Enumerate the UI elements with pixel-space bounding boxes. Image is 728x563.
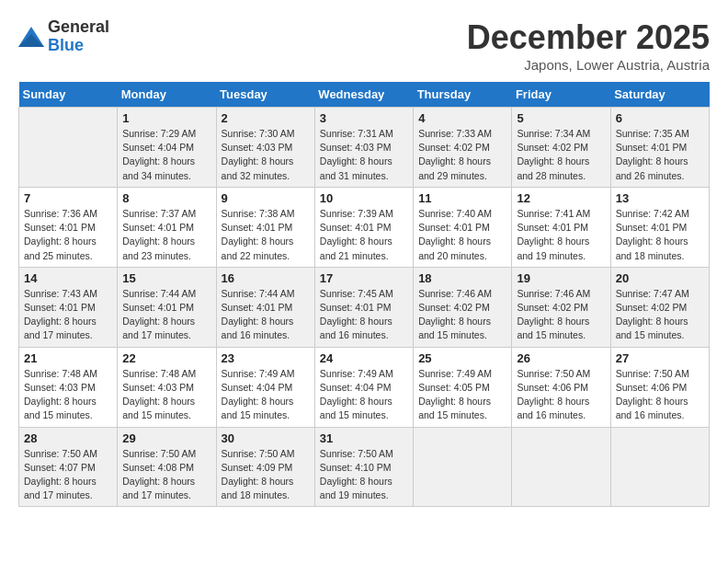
day-info: Sunrise: 7:46 AMSunset: 4:02 PMDaylight:… [517,287,605,343]
calendar-cell: 2Sunrise: 7:30 AMSunset: 4:03 PMDaylight… [216,108,314,188]
calendar-cell: 28Sunrise: 7:50 AMSunset: 4:07 PMDayligh… [19,427,118,507]
day-number: 22 [122,351,210,365]
calendar-cell: 31Sunrise: 7:50 AMSunset: 4:10 PMDayligh… [314,427,413,507]
day-number: 21 [24,351,112,365]
calendar-cell: 18Sunrise: 7:46 AMSunset: 4:02 PMDayligh… [414,267,512,347]
day-info: Sunrise: 7:43 AMSunset: 4:01 PMDaylight:… [24,287,112,343]
calendar-cell: 17Sunrise: 7:45 AMSunset: 4:01 PMDayligh… [314,267,413,347]
logo-icon [18,27,44,47]
calendar-cell [512,427,610,507]
day-number: 17 [320,271,408,285]
day-info: Sunrise: 7:48 AMSunset: 4:03 PMDaylight:… [122,367,210,423]
day-number: 3 [320,111,408,125]
day-number: 5 [517,111,605,125]
logo-blue-text: Blue [48,37,109,55]
day-info: Sunrise: 7:36 AMSunset: 4:01 PMDaylight:… [24,207,112,263]
calendar-week-5: 28Sunrise: 7:50 AMSunset: 4:07 PMDayligh… [19,427,710,507]
calendar-cell: 11Sunrise: 7:40 AMSunset: 4:01 PMDayligh… [414,187,512,267]
day-number: 31 [320,431,408,445]
calendar-cell: 12Sunrise: 7:41 AMSunset: 4:01 PMDayligh… [512,187,610,267]
day-info: Sunrise: 7:49 AMSunset: 4:04 PMDaylight:… [222,367,310,423]
calendar-cell: 19Sunrise: 7:46 AMSunset: 4:02 PMDayligh… [512,267,610,347]
calendar-cell: 10Sunrise: 7:39 AMSunset: 4:01 PMDayligh… [314,187,413,267]
calendar-cell: 1Sunrise: 7:29 AMSunset: 4:04 PMDaylight… [118,108,216,188]
day-info: Sunrise: 7:44 AMSunset: 4:01 PMDaylight:… [222,287,310,343]
day-info: Sunrise: 7:35 AMSunset: 4:01 PMDaylight:… [616,127,704,183]
day-number: 11 [418,191,506,205]
weekday-header-row: SundayMondayTuesdayWednesdayThursdayFrid… [19,82,710,108]
day-info: Sunrise: 7:39 AMSunset: 4:01 PMDaylight:… [320,207,408,263]
day-info: Sunrise: 7:45 AMSunset: 4:01 PMDaylight:… [320,287,408,343]
day-number: 2 [222,111,310,125]
day-info: Sunrise: 7:50 AMSunset: 4:09 PMDaylight:… [222,447,310,503]
day-info: Sunrise: 7:50 AMSunset: 4:08 PMDaylight:… [122,447,210,503]
calendar-cell [19,108,118,188]
calendar-cell: 27Sunrise: 7:50 AMSunset: 4:06 PMDayligh… [610,347,709,427]
calendar-cell: 22Sunrise: 7:48 AMSunset: 4:03 PMDayligh… [118,347,216,427]
calendar-cell: 30Sunrise: 7:50 AMSunset: 4:09 PMDayligh… [216,427,314,507]
day-number: 1 [122,111,210,125]
day-number: 29 [122,431,210,445]
day-info: Sunrise: 7:49 AMSunset: 4:05 PMDaylight:… [418,367,506,423]
calendar-cell: 3Sunrise: 7:31 AMSunset: 4:03 PMDaylight… [314,108,413,188]
calendar-cell: 9Sunrise: 7:38 AMSunset: 4:01 PMDaylight… [216,187,314,267]
day-number: 23 [222,351,310,365]
day-number: 19 [517,271,605,285]
day-info: Sunrise: 7:33 AMSunset: 4:02 PMDaylight:… [418,127,506,183]
svg-marker-1 [18,34,44,47]
day-number: 15 [122,271,210,285]
calendar-cell: 20Sunrise: 7:47 AMSunset: 4:02 PMDayligh… [610,267,709,347]
calendar-cell: 21Sunrise: 7:48 AMSunset: 4:03 PMDayligh… [19,347,118,427]
day-info: Sunrise: 7:50 AMSunset: 4:07 PMDaylight:… [24,447,112,503]
day-number: 26 [517,351,605,365]
day-number: 9 [222,191,310,205]
day-info: Sunrise: 7:30 AMSunset: 4:03 PMDaylight:… [222,127,310,183]
calendar-cell: 14Sunrise: 7:43 AMSunset: 4:01 PMDayligh… [19,267,118,347]
day-info: Sunrise: 7:48 AMSunset: 4:03 PMDaylight:… [24,367,112,423]
weekday-header-wednesday: Wednesday [314,82,413,108]
day-number: 6 [616,111,704,125]
day-number: 16 [222,271,310,285]
calendar-cell: 13Sunrise: 7:42 AMSunset: 4:01 PMDayligh… [610,187,709,267]
calendar-cell [610,427,709,507]
calendar-cell: 7Sunrise: 7:36 AMSunset: 4:01 PMDaylight… [19,187,118,267]
day-info: Sunrise: 7:34 AMSunset: 4:02 PMDaylight:… [517,127,605,183]
day-info: Sunrise: 7:37 AMSunset: 4:01 PMDaylight:… [122,207,210,263]
calendar-table: SundayMondayTuesdayWednesdayThursdayFrid… [18,82,710,507]
day-info: Sunrise: 7:31 AMSunset: 4:03 PMDaylight:… [320,127,408,183]
weekday-header-sunday: Sunday [19,82,118,108]
day-info: Sunrise: 7:50 AMSunset: 4:10 PMDaylight:… [320,447,408,503]
month-title: December 2025 [467,18,710,57]
logo: General Blue [18,18,109,55]
day-info: Sunrise: 7:47 AMSunset: 4:02 PMDaylight:… [616,287,704,343]
day-info: Sunrise: 7:41 AMSunset: 4:01 PMDaylight:… [517,207,605,263]
day-number: 12 [517,191,605,205]
day-number: 25 [418,351,506,365]
day-info: Sunrise: 7:40 AMSunset: 4:01 PMDaylight:… [418,207,506,263]
day-number: 10 [320,191,408,205]
calendar-cell: 5Sunrise: 7:34 AMSunset: 4:02 PMDaylight… [512,108,610,188]
location-title: Japons, Lower Austria, Austria [467,57,710,73]
day-number: 24 [320,351,408,365]
calendar-cell: 29Sunrise: 7:50 AMSunset: 4:08 PMDayligh… [118,427,216,507]
logo-general-text: General [48,18,109,37]
page-header: General Blue December 2025 Japons, Lower… [18,18,710,73]
calendar-cell: 24Sunrise: 7:49 AMSunset: 4:04 PMDayligh… [314,347,413,427]
weekday-header-monday: Monday [118,82,216,108]
day-number: 28 [24,431,112,445]
title-area: December 2025 Japons, Lower Austria, Aus… [467,18,710,73]
day-info: Sunrise: 7:44 AMSunset: 4:01 PMDaylight:… [122,287,210,343]
day-number: 4 [418,111,506,125]
calendar-cell: 16Sunrise: 7:44 AMSunset: 4:01 PMDayligh… [216,267,314,347]
day-number: 14 [24,271,112,285]
day-info: Sunrise: 7:50 AMSunset: 4:06 PMDaylight:… [616,367,704,423]
calendar-week-2: 7Sunrise: 7:36 AMSunset: 4:01 PMDaylight… [19,187,710,267]
day-info: Sunrise: 7:49 AMSunset: 4:04 PMDaylight:… [320,367,408,423]
day-number: 27 [616,351,704,365]
calendar-cell: 26Sunrise: 7:50 AMSunset: 4:06 PMDayligh… [512,347,610,427]
day-info: Sunrise: 7:46 AMSunset: 4:02 PMDaylight:… [418,287,506,343]
calendar-week-3: 14Sunrise: 7:43 AMSunset: 4:01 PMDayligh… [19,267,710,347]
day-number: 30 [222,431,310,445]
weekday-header-saturday: Saturday [610,82,709,108]
weekday-header-tuesday: Tuesday [216,82,314,108]
